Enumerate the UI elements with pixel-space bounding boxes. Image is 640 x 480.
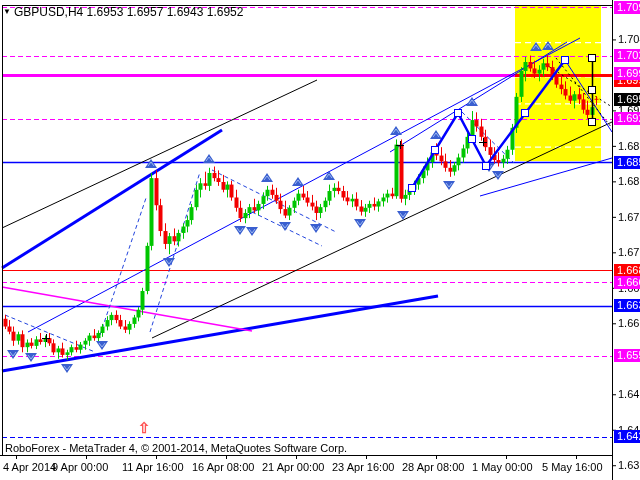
price-tick-label: 1.6715	[618, 246, 640, 258]
price-line-label: 1.6429	[614, 430, 640, 443]
price-line-label: 1.6952	[614, 93, 640, 106]
price-line-label: 1.6555	[614, 349, 640, 362]
price-tick-label: 1.7045	[618, 33, 640, 45]
price-tick-label: 1.6880	[618, 140, 640, 152]
price-line-label: 1.6632	[614, 299, 640, 312]
price-line-label: 1.6990	[614, 67, 640, 80]
time-tick-label: 4 Apr 2014	[3, 461, 56, 473]
copyright-text: RoboForex - MetaTrader 4, © 2001-2014, M…	[5, 442, 347, 454]
time-tick-label: 23 Apr 16:00	[332, 461, 394, 473]
price-line-label: 1.7020	[614, 49, 640, 62]
time-tick-label: 16 Apr 08:00	[192, 461, 254, 473]
mt4-chart-window: ▼GBPUSD,H4 1.6953 1.6957 1.6943 1.6952 1…	[0, 0, 640, 480]
price-tick-label: 1.6385	[618, 459, 640, 471]
time-tick-label: 1 May 00:00	[472, 461, 533, 473]
price-line-label: 1.6922	[614, 112, 640, 125]
up-arrow-marker: ⇧	[138, 419, 151, 437]
chart-canvas[interactable]	[0, 0, 640, 480]
price-tick-label: 1.6605	[618, 317, 640, 329]
symbol-marker-icon: ▼	[3, 7, 11, 16]
time-tick-label: 21 Apr 00:00	[262, 461, 324, 473]
time-tick-label: 9 Apr 00:00	[52, 461, 108, 473]
time-tick-label: 28 Apr 08:00	[402, 461, 464, 473]
chart-title-text: GBPUSD,H4 1.6953 1.6957 1.6943 1.6952	[14, 5, 244, 19]
price-tick-label: 1.6825	[618, 175, 640, 187]
price-line-label: 1.6855	[614, 156, 640, 169]
price-tick-label: 1.6495	[618, 388, 640, 400]
price-line-label: 1.6669	[614, 276, 640, 289]
time-tick-label: 11 Apr 16:00	[122, 461, 184, 473]
price-line-label: 1.7095	[614, 1, 640, 14]
time-tick-label: 5 May 16:00	[542, 461, 603, 473]
chart-title: ▼GBPUSD,H4 1.6953 1.6957 1.6943 1.6952	[3, 5, 243, 19]
price-tick-label: 1.6770	[618, 211, 640, 223]
